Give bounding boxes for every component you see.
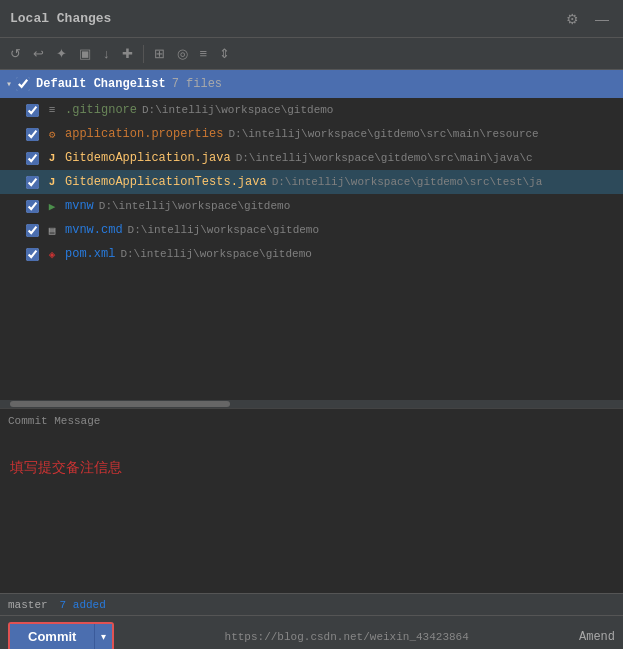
commit-message-input[interactable] bbox=[8, 431, 615, 561]
file-icon-gitdemo-tests: J bbox=[44, 174, 60, 190]
list-item[interactable]: ⚙ application.properties D:\intellij\wor… bbox=[0, 122, 623, 146]
file-icon-pom: ◈ bbox=[44, 246, 60, 262]
changelist-checkbox[interactable] bbox=[16, 77, 30, 91]
update-button[interactable]: ↓ bbox=[99, 43, 114, 64]
commit-button-area: Commit ▾ https://blog.csdn.net/weixin_43… bbox=[0, 615, 623, 649]
view-options-button[interactable]: ◎ bbox=[173, 43, 192, 64]
sort-button[interactable]: ⇕ bbox=[215, 43, 234, 64]
list-item[interactable]: J GitdemoApplicationTests.java D:\intell… bbox=[0, 170, 623, 194]
settings-button[interactable]: ⚙ bbox=[562, 9, 583, 29]
toolbar-separator bbox=[143, 45, 144, 63]
list-item[interactable]: J GitdemoApplication.java D:\intellij\wo… bbox=[0, 146, 623, 170]
list-item[interactable]: ◈ pom.xml D:\intellij\workspace\gitdemo bbox=[0, 242, 623, 266]
file-checkbox-gitignore[interactable] bbox=[26, 104, 39, 117]
file-icon-gitignore: ≡ bbox=[44, 102, 60, 118]
file-name-gitignore: .gitignore bbox=[65, 103, 137, 117]
file-checkbox-gitdemo-app[interactable] bbox=[26, 152, 39, 165]
watermark-text: https://blog.csdn.net/weixin_43423864 bbox=[225, 631, 469, 643]
file-checkbox-mvnw-cmd[interactable] bbox=[26, 224, 39, 237]
file-icon-app-props: ⚙ bbox=[44, 126, 60, 142]
list-item[interactable]: ▶ mvnw D:\intellij\workspace\gitdemo bbox=[0, 194, 623, 218]
commit-button[interactable]: Commit bbox=[10, 624, 95, 649]
file-name-app-props: application.properties bbox=[65, 127, 223, 141]
horizontal-scrollbar[interactable] bbox=[0, 400, 623, 408]
file-path-gitdemo-tests: D:\intellij\workspace\gitdemo\src\test\j… bbox=[272, 176, 543, 188]
group-by-button[interactable]: ≡ bbox=[196, 43, 212, 64]
commit-message-label: Commit Message bbox=[8, 415, 615, 427]
file-tree: ▾ Default Changelist 7 files ≡ .gitignor… bbox=[0, 70, 623, 400]
file-path-mvnw-cmd: D:\intellij\workspace\gitdemo bbox=[128, 224, 319, 236]
tree-spacer bbox=[0, 266, 623, 326]
file-checkbox-app-props[interactable] bbox=[26, 128, 39, 141]
file-path-mvnw: D:\intellij\workspace\gitdemo bbox=[99, 200, 290, 212]
file-checkbox-pom[interactable] bbox=[26, 248, 39, 261]
file-path-gitdemo-app: D:\intellij\workspace\gitdemo\src\main\j… bbox=[236, 152, 533, 164]
branch-label: master bbox=[8, 599, 48, 611]
file-name-mvnw-cmd: mvnw.cmd bbox=[65, 223, 123, 237]
added-count: 7 added bbox=[60, 599, 106, 611]
rollback-button[interactable]: ↩ bbox=[29, 43, 48, 64]
file-icon-mvnw: ▶ bbox=[44, 198, 60, 214]
title-bar: Local Changes ⚙ — bbox=[0, 0, 623, 38]
changelists-button[interactable]: ⊞ bbox=[150, 43, 169, 64]
commit-hint-text: 填写提交备注信息 bbox=[10, 459, 122, 477]
chevron-down-icon: ▾ bbox=[6, 78, 12, 90]
file-checkbox-mvnw[interactable] bbox=[26, 200, 39, 213]
file-checkbox-gitdemo-tests[interactable] bbox=[26, 176, 39, 189]
title-icons: ⚙ — bbox=[562, 9, 613, 29]
refresh-button[interactable]: ↺ bbox=[6, 43, 25, 64]
file-name-gitdemo-app: GitdemoApplication.java bbox=[65, 151, 231, 165]
file-path-app-props: D:\intellij\workspace\gitdemo\src\main\r… bbox=[228, 128, 538, 140]
diff-button[interactable]: ▣ bbox=[75, 43, 95, 64]
file-path-gitignore: D:\intellij\workspace\gitdemo bbox=[142, 104, 333, 116]
changelist-count: 7 files bbox=[172, 77, 222, 91]
toolbar: ↺ ↩ ✦ ▣ ↓ ✚ ⊞ ◎ ≡ ⇕ bbox=[0, 38, 623, 70]
file-name-gitdemo-tests: GitdemoApplicationTests.java bbox=[65, 175, 267, 189]
amend-label: Amend bbox=[579, 630, 615, 644]
status-bar: master 7 added bbox=[0, 593, 623, 615]
list-item[interactable]: ▤ mvnw.cmd D:\intellij\workspace\gitdemo bbox=[0, 218, 623, 242]
commit-button-group: Commit ▾ bbox=[8, 622, 114, 649]
changelist-header[interactable]: ▾ Default Changelist 7 files bbox=[0, 70, 623, 98]
minimize-button[interactable]: — bbox=[591, 9, 613, 29]
list-item[interactable]: ≡ .gitignore D:\intellij\workspace\gitde… bbox=[0, 98, 623, 122]
add-button[interactable]: ✚ bbox=[118, 43, 137, 64]
file-name-pom: pom.xml bbox=[65, 247, 115, 261]
scrollbar-thumb bbox=[10, 401, 230, 407]
file-name-mvnw: mvnw bbox=[65, 199, 94, 213]
window-title: Local Changes bbox=[10, 11, 111, 26]
commit-dropdown-button[interactable]: ▾ bbox=[95, 624, 112, 649]
file-icon-gitdemo-app: J bbox=[44, 150, 60, 166]
shelve-button[interactable]: ✦ bbox=[52, 43, 71, 64]
file-path-pom: D:\intellij\workspace\gitdemo bbox=[120, 248, 311, 260]
file-icon-mvnw-cmd: ▤ bbox=[44, 222, 60, 238]
commit-message-area: Commit Message 填写提交备注信息 bbox=[0, 408, 623, 593]
changelist-label: Default Changelist bbox=[36, 77, 166, 91]
